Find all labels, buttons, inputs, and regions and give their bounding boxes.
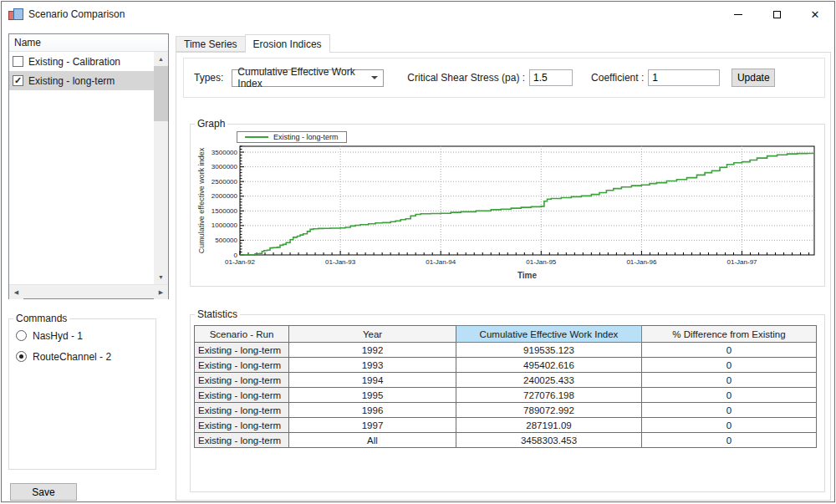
save-button[interactable]: Save [10, 483, 77, 501]
table-cell[interactable]: Existing - long-term [195, 373, 289, 388]
table-cell[interactable]: 789072.992 [456, 403, 642, 418]
table-cell[interactable]: Existing - long-term [195, 388, 289, 403]
table-row[interactable]: Existing - long-term1992919535.1230 [195, 343, 817, 358]
tab-erosion-indices[interactable]: Erosion Indices [245, 34, 330, 53]
table-cell[interactable]: 1997 [289, 418, 456, 433]
svg-text:01-Jan-93: 01-Jan-93 [325, 258, 356, 266]
command-option-label: NasHyd - 1 [33, 330, 83, 342]
erosion-indices-tabpage: Types: Cumulative Effective Work Index C… [176, 52, 831, 501]
commands-groupbox: Commands NasHyd - 1RouteChannel - 2 [8, 313, 156, 470]
column-header[interactable]: Year [289, 326, 456, 343]
name-column-header[interactable]: Name [9, 34, 168, 52]
chevron-down-icon [371, 76, 378, 79]
table-cell[interactable]: 240025.433 [456, 373, 642, 388]
scroll-right-button[interactable]: ▶ [154, 285, 168, 299]
controls-panel: Types: Cumulative Effective Work Index C… [183, 58, 825, 98]
table-cell[interactable]: Existing - long-term [195, 358, 289, 373]
radio-selected-icon[interactable] [16, 351, 27, 362]
coefficient-label: Coefficient : [591, 72, 644, 84]
scroll-down-button[interactable]: ▼ [154, 270, 168, 284]
horizontal-scrollbar[interactable]: ◀ ▶ [9, 284, 168, 298]
scroll-up-button[interactable]: ▲ [154, 52, 168, 66]
table-row[interactable]: Existing - long-term1995727076.1980 [195, 388, 817, 403]
coefficient-input[interactable] [648, 69, 720, 86]
scenario-comparison-window: Scenario Comparison ✕ Name Existing - Ca… [1, 1, 835, 502]
table-row[interactable]: Existing - long-term1994240025.4330 [195, 373, 817, 388]
table-cell[interactable]: 1995 [289, 388, 456, 403]
svg-text:1000000: 1000000 [212, 221, 238, 229]
table-cell[interactable]: 287191.09 [456, 418, 642, 433]
table-cell[interactable]: 3458303.453 [456, 433, 642, 448]
svg-text:01-Jan-92: 01-Jan-92 [225, 258, 256, 266]
table-row[interactable]: Existing - long-term1997287191.090 [195, 418, 817, 433]
vertical-scrollbar-thumb[interactable] [154, 66, 168, 121]
svg-text:3500000: 3500000 [212, 149, 238, 156]
statistics-table: Scenario - RunYearCumulative Effective W… [194, 325, 817, 448]
tabstrip: Time SeriesErosion Indices [176, 33, 329, 52]
erosion-chart: 0500000100000015000002000000250000030000… [194, 130, 821, 288]
table-cell[interactable]: 0 [642, 343, 817, 358]
statistics-label: Statistics [195, 308, 240, 320]
table-cell[interactable]: 727076.198 [456, 388, 642, 403]
table-cell[interactable]: 919535.123 [456, 343, 642, 358]
command-option[interactable]: NasHyd - 1 [9, 326, 155, 345]
table-cell[interactable]: 0 [642, 418, 817, 433]
table-cell[interactable]: 0 [642, 373, 817, 388]
table-row[interactable]: Existing - long-term1993495402.6160 [195, 358, 817, 373]
table-cell[interactable]: Existing - long-term [195, 433, 289, 448]
column-header[interactable]: % Difference from Existing [642, 326, 817, 343]
svg-text:01-Jan-97: 01-Jan-97 [727, 258, 758, 266]
svg-text:2000000: 2000000 [212, 192, 238, 200]
critical-shear-stress-input[interactable] [529, 69, 573, 86]
minimize-button[interactable] [719, 2, 757, 27]
table-cell[interactable]: Existing - long-term [195, 343, 289, 358]
minimize-icon [734, 14, 742, 15]
scroll-left-button[interactable]: ◀ [9, 285, 23, 299]
close-button[interactable]: ✕ [796, 2, 834, 27]
maximize-button[interactable] [757, 2, 796, 27]
svg-text:1500000: 1500000 [212, 207, 238, 215]
close-icon: ✕ [811, 9, 820, 20]
types-dropdown[interactable]: Cumulative Effective Work Index [232, 69, 384, 87]
scenario-list: Name Existing - Calibration✓Existing - l… [8, 33, 169, 299]
column-header[interactable]: Cumulative Effective Work Index [456, 326, 642, 343]
table-cell[interactable]: 1993 [289, 358, 456, 373]
radio-unselected-icon[interactable] [16, 330, 27, 341]
checkbox-checked-icon[interactable]: ✓ [13, 75, 23, 86]
update-button[interactable]: Update [732, 69, 775, 87]
table-cell[interactable]: 0 [642, 358, 817, 373]
scenario-list-item[interactable]: ✓Existing - long-term [9, 71, 154, 90]
checkbox-unchecked-icon[interactable] [13, 56, 23, 67]
table-cell[interactable]: 0 [642, 403, 817, 418]
svg-text:500000: 500000 [215, 237, 237, 244]
app-icon [8, 8, 23, 21]
command-option-label: RouteChannel - 2 [33, 351, 111, 363]
scenario-list-item[interactable]: Existing - Calibration [9, 52, 154, 71]
column-header[interactable]: Scenario - Run [195, 326, 289, 343]
scenario-label: Existing - Calibration [28, 56, 120, 68]
table-cell[interactable]: Existing - long-term [195, 418, 289, 433]
table-cell[interactable]: All [289, 433, 456, 448]
table-cell[interactable]: Existing - long-term [195, 403, 289, 418]
svg-text:01-Jan-95: 01-Jan-95 [526, 258, 557, 266]
vertical-scrollbar[interactable]: ▲ ▼ [154, 52, 168, 284]
table-cell[interactable]: 1992 [289, 343, 456, 358]
table-row[interactable]: Existing - long-term1996789072.9920 [195, 403, 817, 418]
svg-text:01-Jan-96: 01-Jan-96 [626, 258, 657, 266]
table-cell[interactable]: 0 [642, 433, 817, 448]
tab-time-series[interactable]: Time Series [176, 36, 246, 52]
table-header-row: Scenario - RunYearCumulative Effective W… [195, 326, 817, 343]
command-option[interactable]: RouteChannel - 2 [9, 347, 155, 366]
window-title: Scenario Comparison [28, 8, 125, 20]
table-cell[interactable]: 1996 [289, 403, 456, 418]
titlebar: Scenario Comparison ✕ [2, 2, 834, 27]
statistics-groupbox: Statistics Scenario - RunYearCumulative … [190, 308, 825, 492]
table-cell[interactable]: 0 [642, 388, 817, 403]
maximize-icon [773, 11, 781, 18]
table-cell[interactable]: 495402.616 [456, 358, 642, 373]
table-cell[interactable]: 1994 [289, 373, 456, 388]
svg-text:Cumulative effective work inde: Cumulative effective work index [197, 147, 206, 253]
svg-text:Time: Time [517, 271, 538, 280]
types-dropdown-value: Cumulative Effective Work Index [237, 66, 371, 89]
table-row[interactable]: Existing - long-termAll3458303.4530 [195, 433, 817, 448]
